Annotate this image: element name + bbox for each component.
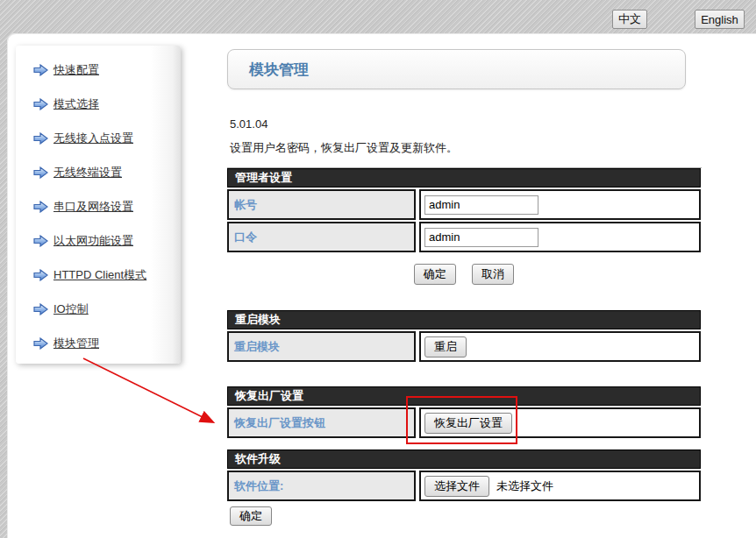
upgrade-ok-button[interactable]: 确定 (230, 506, 272, 526)
firmware-version: 5.01.04 (230, 117, 702, 131)
arrow-icon (33, 303, 48, 315)
password-cell (419, 222, 701, 252)
factory-reset-button[interactable]: 恢复出厂设置 (424, 413, 512, 434)
sidebar-link[interactable]: IO控制 (53, 301, 89, 317)
admin-settings-table: 管理者设置 帐号 口令 (227, 168, 701, 252)
software-location-label: 软件位置: (227, 471, 416, 501)
sidebar-link[interactable]: 无线接入点设置 (53, 131, 133, 146)
sidebar-link[interactable]: 模式选择 (53, 96, 99, 112)
admin-buttons: 确定 取消 (227, 264, 701, 285)
table-row: 恢复出厂设置按钮 恢复出厂设置 (227, 407, 701, 438)
sidebar-item-serial-network[interactable]: 串口及网络设置 (16, 189, 181, 223)
factory-reset-label: 恢复出厂设置按钮 (227, 407, 416, 438)
sidebar-item-module-manage[interactable]: 模块管理 (16, 326, 181, 360)
choose-file-button[interactable]: 选择文件 (424, 476, 489, 497)
upgrade-table: 软件升级 软件位置: 选择文件 未选择文件 (227, 450, 701, 501)
page-description: 设置用户名密码，恢复出厂设置及更新软件。 (230, 140, 702, 156)
file-status-text: 未选择文件 (496, 478, 553, 494)
restart-header: 重启模块 (227, 310, 701, 329)
arrow-icon (33, 337, 48, 350)
password-label: 口令 (227, 222, 416, 252)
sidebar-link[interactable]: 无线终端设置 (53, 165, 122, 181)
file-input-cell: 选择文件 未选择文件 (419, 471, 701, 501)
table-row: 口令 (227, 222, 701, 252)
sidebar-item-wireless-terminal[interactable]: 无线终端设置 (16, 155, 181, 189)
factory-reset-table: 恢复出厂设置 恢复出厂设置按钮 恢复出厂设置 (227, 386, 701, 438)
arrow-icon (33, 98, 48, 110)
sidebar-item-httpd-client[interactable]: HTTPD Client模式 (16, 258, 181, 292)
sidebar-link[interactable]: 模块管理 (53, 336, 99, 351)
sidebar-item-quick-config[interactable]: 快速配置 (16, 53, 181, 87)
content-panel: 快速配置 模式选择 无线接入点设置 无线终端设置 串口及网络设置 以太网功能设置… (7, 33, 756, 538)
sidebar-item-io-control[interactable]: IO控制 (16, 292, 181, 326)
arrow-icon (33, 201, 48, 213)
cancel-button[interactable]: 取消 (472, 264, 514, 285)
sidebar-link[interactable]: 快速配置 (53, 62, 99, 78)
upgrade-header: 软件升级 (227, 450, 701, 469)
arrow-icon (33, 269, 48, 281)
table-row: 重启模块 重启 (227, 331, 701, 362)
chinese-language-button[interactable]: 中文 (612, 10, 647, 29)
main-content: 模块管理 5.01.04 设置用户名密码，恢复出厂设置及更新软件。 管理者设置 … (227, 49, 702, 526)
factory-reset-header: 恢复出厂设置 (227, 386, 701, 406)
sidebar-item-ethernet[interactable]: 以太网功能设置 (16, 223, 181, 258)
arrow-icon (33, 64, 48, 76)
account-input[interactable] (424, 195, 538, 215)
restart-table: 重启模块 重启模块 重启 (227, 310, 701, 362)
arrow-icon (33, 132, 48, 145)
sidebar: 快速配置 模式选择 无线接入点设置 无线终端设置 串口及网络设置 以太网功能设置… (16, 46, 181, 364)
restart-button[interactable]: 重启 (424, 336, 467, 357)
table-row: 帐号 (227, 189, 701, 220)
admin-settings-header: 管理者设置 (227, 168, 701, 188)
table-row: 软件位置: 选择文件 未选择文件 (227, 471, 701, 501)
arrow-icon (33, 235, 48, 247)
password-input[interactable] (424, 228, 538, 247)
restart-label: 重启模块 (227, 331, 416, 362)
page-title: 模块管理 (249, 60, 309, 80)
sidebar-link[interactable]: 以太网功能设置 (53, 233, 133, 249)
page-title-box: 模块管理 (227, 49, 686, 89)
account-cell (419, 189, 701, 220)
restart-cell: 重启 (419, 331, 701, 362)
sidebar-link[interactable]: HTTPD Client模式 (53, 267, 146, 283)
factory-reset-cell: 恢复出厂设置 (419, 407, 701, 438)
sidebar-item-mode-select[interactable]: 模式选择 (16, 87, 181, 121)
ok-button[interactable]: 确定 (414, 264, 456, 285)
upgrade-submit-row: 确定 (230, 506, 702, 526)
english-language-button[interactable]: English (695, 10, 745, 29)
arrow-icon (33, 166, 48, 179)
account-label: 帐号 (227, 189, 416, 220)
sidebar-item-wireless-ap[interactable]: 无线接入点设置 (16, 121, 181, 155)
sidebar-link[interactable]: 串口及网络设置 (53, 199, 133, 215)
